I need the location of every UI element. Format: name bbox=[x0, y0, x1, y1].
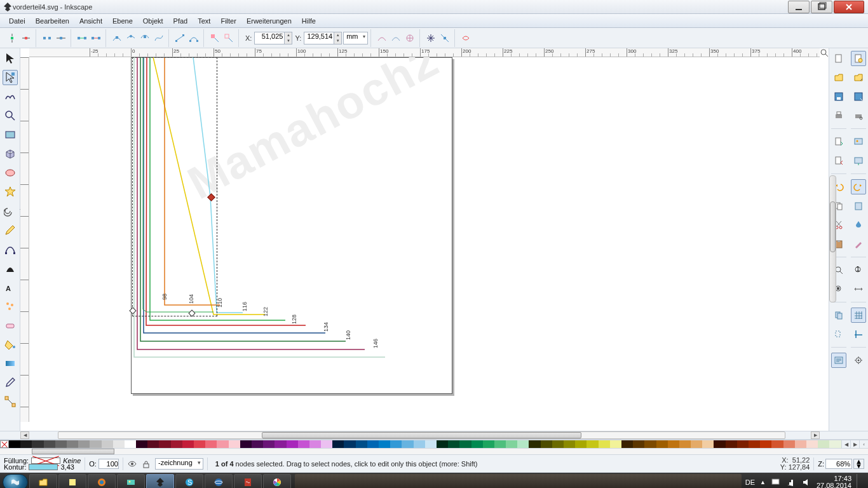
swatch[interactable] bbox=[287, 440, 298, 448]
tray-clock[interactable]: 17:4327.08.2014 bbox=[817, 475, 851, 488]
scroll-thumb[interactable] bbox=[262, 432, 581, 438]
swatch[interactable] bbox=[344, 440, 355, 448]
node-auto-button[interactable] bbox=[152, 31, 166, 45]
vertical-scrollbar[interactable] bbox=[829, 175, 836, 302]
zoom-icon[interactable] bbox=[820, 48, 829, 57]
ruler-vertical[interactable] bbox=[20, 57, 29, 422]
redo-button[interactable] bbox=[851, 179, 866, 194]
swatch[interactable] bbox=[182, 440, 194, 448]
swatch[interactable] bbox=[252, 440, 263, 448]
swatch[interactable] bbox=[806, 440, 818, 448]
swatch[interactable] bbox=[321, 440, 332, 448]
segment-line-button[interactable] bbox=[173, 31, 187, 45]
swatch[interactable] bbox=[125, 440, 136, 448]
swatch[interactable] bbox=[44, 440, 55, 448]
swatch[interactable] bbox=[633, 440, 644, 448]
export-button[interactable] bbox=[831, 153, 846, 168]
tray-hidden-icons[interactable]: ▲ bbox=[760, 479, 766, 485]
tray-flag-icon[interactable] bbox=[771, 477, 781, 487]
object-to-path-button[interactable] bbox=[208, 31, 222, 45]
swatch[interactable] bbox=[749, 440, 760, 448]
fill-swatch[interactable] bbox=[31, 458, 60, 464]
show-outline-button[interactable] bbox=[459, 31, 473, 45]
menu-datei[interactable]: Datei bbox=[4, 16, 31, 26]
zoom-page-button[interactable]: 1 bbox=[851, 262, 866, 278]
menu-erweiterungen[interactable]: Erweiterungen bbox=[241, 16, 297, 26]
swatch[interactable] bbox=[217, 440, 228, 448]
zoom-width-button[interactable] bbox=[851, 281, 866, 297]
task-notes[interactable] bbox=[58, 474, 86, 488]
swatch-none[interactable] bbox=[0, 440, 9, 448]
node-cusp-button[interactable] bbox=[110, 31, 124, 45]
swatch[interactable] bbox=[829, 440, 841, 448]
object-properties-button[interactable] bbox=[851, 236, 866, 252]
join-node-button[interactable] bbox=[54, 31, 68, 45]
grid-button[interactable] bbox=[851, 308, 866, 323]
open-recent-button[interactable] bbox=[851, 70, 866, 85]
default-template-button[interactable] bbox=[851, 51, 866, 66]
break-node-button[interactable] bbox=[40, 31, 54, 45]
swatch[interactable] bbox=[587, 440, 598, 448]
y-coord-input[interactable]: 129,514▲▼ bbox=[304, 32, 342, 44]
swatch[interactable] bbox=[171, 440, 182, 448]
task-browser[interactable] bbox=[205, 474, 233, 488]
swatch[interactable] bbox=[783, 440, 795, 448]
swatch[interactable] bbox=[656, 440, 668, 448]
import-button[interactable] bbox=[831, 134, 846, 149]
preferences-button[interactable] bbox=[851, 353, 866, 368]
swatch[interactable] bbox=[726, 440, 737, 448]
save-as-button[interactable] bbox=[851, 89, 866, 104]
menu-filter[interactable]: Filter bbox=[215, 16, 241, 26]
swatch[interactable] bbox=[414, 440, 425, 448]
zoom-tool[interactable] bbox=[3, 108, 18, 123]
swatch[interactable] bbox=[564, 440, 575, 448]
unit-select[interactable]: mm▾ bbox=[343, 32, 367, 44]
task-pdf[interactable] bbox=[234, 474, 262, 488]
swatch[interactable] bbox=[147, 440, 159, 448]
swatch[interactable] bbox=[818, 440, 829, 448]
swatch[interactable] bbox=[113, 440, 125, 448]
import-bitmap-button[interactable] bbox=[851, 134, 866, 149]
swatch[interactable] bbox=[194, 440, 205, 448]
task-picasa[interactable] bbox=[263, 474, 291, 488]
node-smooth-button[interactable] bbox=[124, 31, 138, 45]
3dbox-tool[interactable] bbox=[3, 146, 18, 161]
paste-in-place-button[interactable] bbox=[851, 198, 866, 214]
opacity-field[interactable]: O: bbox=[89, 459, 119, 469]
menu-bearbeiten[interactable]: Bearbeiten bbox=[31, 16, 74, 26]
stroke-to-path-button[interactable] bbox=[222, 31, 236, 45]
swatch[interactable] bbox=[263, 440, 275, 448]
swatch[interactable] bbox=[517, 440, 529, 448]
swatch[interactable] bbox=[621, 440, 633, 448]
swatch[interactable] bbox=[136, 440, 147, 448]
menu-hilfe[interactable]: Hilfe bbox=[297, 16, 321, 26]
swatch[interactable] bbox=[309, 440, 321, 448]
task-inkscape[interactable] bbox=[146, 474, 174, 488]
node-tool[interactable] bbox=[3, 70, 18, 85]
show-desktop-button[interactable] bbox=[857, 474, 862, 488]
swatch[interactable] bbox=[159, 440, 170, 448]
eraser-tool[interactable] bbox=[3, 318, 18, 333]
swatch[interactable] bbox=[367, 440, 379, 448]
swatch[interactable] bbox=[471, 440, 483, 448]
swatch[interactable] bbox=[32, 440, 43, 448]
segment-curve-button[interactable] bbox=[187, 31, 201, 45]
minimize-button[interactable] bbox=[788, 1, 810, 13]
pencil-tool[interactable] bbox=[3, 222, 18, 238]
insert-node-button[interactable] bbox=[5, 31, 19, 45]
swatch[interactable] bbox=[771, 440, 783, 448]
canvas[interactable]: Mamahoch2 98 104 110 116 bbox=[29, 57, 820, 422]
swatch[interactable] bbox=[691, 440, 702, 448]
print-button[interactable] bbox=[831, 108, 846, 123]
swatch[interactable] bbox=[240, 440, 252, 448]
scroll-right-button[interactable]: ▶ bbox=[811, 431, 820, 439]
node-symmetric-button[interactable] bbox=[138, 31, 152, 45]
x-coord-input[interactable]: 51,025▲▼ bbox=[254, 32, 292, 44]
swatch[interactable] bbox=[737, 440, 749, 448]
zoom-field[interactable]: Z:▲▼ bbox=[818, 459, 864, 469]
swatch[interactable] bbox=[448, 440, 459, 448]
save-button[interactable] bbox=[831, 89, 846, 104]
bezier-tool[interactable] bbox=[3, 241, 18, 257]
menu-pfad[interactable]: Pfad bbox=[168, 16, 193, 26]
rect-tool[interactable] bbox=[3, 127, 18, 142]
